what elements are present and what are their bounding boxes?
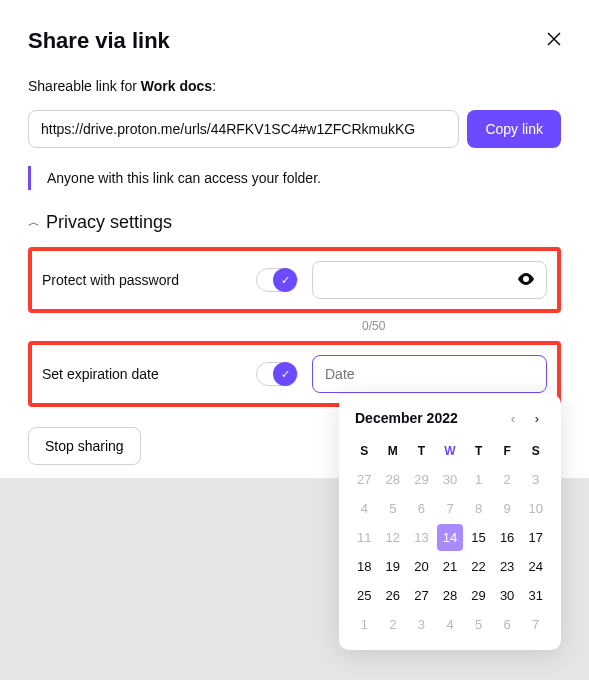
- date-picker-calendar: December 2022 ‹ › SMTWTFS272829301234567…: [339, 394, 561, 650]
- calendar-day[interactable]: 6: [408, 495, 435, 522]
- calendar-day[interactable]: 1: [351, 611, 378, 638]
- calendar-day[interactable]: 6: [494, 611, 521, 638]
- calendar-dow: S: [351, 438, 378, 464]
- calendar-day[interactable]: 7: [437, 495, 464, 522]
- calendar-dow: F: [494, 438, 521, 464]
- date-field-wrap: [312, 355, 547, 393]
- calendar-day[interactable]: 4: [437, 611, 464, 638]
- check-icon: ✓: [273, 268, 297, 292]
- calendar-day[interactable]: 19: [380, 553, 407, 580]
- calendar-day[interactable]: 27: [408, 582, 435, 609]
- info-text: Anyone with this link can access your fo…: [47, 170, 321, 186]
- calendar-day[interactable]: 29: [465, 582, 492, 609]
- subtitle-suffix: :: [212, 78, 216, 94]
- check-icon: ✓: [273, 362, 297, 386]
- calendar-day[interactable]: 30: [494, 582, 521, 609]
- calendar-day[interactable]: 28: [380, 466, 407, 493]
- password-setting-box: Protect with password ✓: [28, 247, 561, 313]
- expiration-setting-row: Set expiration date ✓: [42, 355, 547, 393]
- calendar-day[interactable]: 30: [437, 466, 464, 493]
- close-icon[interactable]: [547, 32, 561, 50]
- calendar-day[interactable]: 2: [494, 466, 521, 493]
- password-field-wrap: [312, 261, 547, 299]
- subtitle-prefix: Shareable link for: [28, 78, 141, 94]
- calendar-dow: S: [522, 438, 549, 464]
- calendar-day[interactable]: 21: [437, 553, 464, 580]
- copy-link-button[interactable]: Copy link: [467, 110, 561, 148]
- calendar-day[interactable]: 1: [465, 466, 492, 493]
- calendar-day[interactable]: 7: [522, 611, 549, 638]
- calendar-day[interactable]: 13: [408, 524, 435, 551]
- calendar-day[interactable]: 12: [380, 524, 407, 551]
- calendar-day[interactable]: 5: [380, 495, 407, 522]
- password-input[interactable]: [312, 261, 547, 299]
- link-row: Copy link: [28, 110, 561, 148]
- calendar-day[interactable]: 27: [351, 466, 378, 493]
- calendar-day[interactable]: 3: [408, 611, 435, 638]
- privacy-section-header[interactable]: ︿ Privacy settings: [28, 212, 561, 233]
- modal-title: Share via link: [28, 28, 170, 54]
- calendar-day[interactable]: 14: [437, 524, 464, 551]
- calendar-day[interactable]: 25: [351, 582, 378, 609]
- calendar-dow: T: [465, 438, 492, 464]
- calendar-day[interactable]: 28: [437, 582, 464, 609]
- calendar-day[interactable]: 23: [494, 553, 521, 580]
- calendar-day[interactable]: 15: [465, 524, 492, 551]
- calendar-day[interactable]: 31: [522, 582, 549, 609]
- chevron-right-icon[interactable]: ›: [529, 411, 545, 426]
- expiration-label: Set expiration date: [42, 366, 242, 382]
- calendar-day[interactable]: 10: [522, 495, 549, 522]
- calendar-day[interactable]: 18: [351, 553, 378, 580]
- password-setting-row: Protect with password ✓: [42, 261, 547, 299]
- calendar-dow: T: [408, 438, 435, 464]
- chevron-up-icon: ︿: [28, 214, 40, 231]
- password-toggle[interactable]: ✓: [256, 268, 298, 292]
- password-label: Protect with password: [42, 272, 242, 288]
- info-bar: Anyone with this link can access your fo…: [28, 166, 561, 190]
- calendar-dow: W: [437, 438, 464, 464]
- calendar-grid: SMTWTFS272829301234567891011121314151617…: [351, 438, 549, 638]
- expiration-toggle[interactable]: ✓: [256, 362, 298, 386]
- calendar-header: December 2022 ‹ ›: [351, 410, 549, 426]
- calendar-day[interactable]: 4: [351, 495, 378, 522]
- subtitle-item: Work docs: [141, 78, 212, 94]
- calendar-day[interactable]: 17: [522, 524, 549, 551]
- stop-sharing-button[interactable]: Stop sharing: [28, 427, 141, 465]
- calendar-month-title: December 2022: [355, 410, 458, 426]
- calendar-day[interactable]: 20: [408, 553, 435, 580]
- modal-header: Share via link: [28, 28, 561, 54]
- calendar-day[interactable]: 2: [380, 611, 407, 638]
- calendar-day[interactable]: 29: [408, 466, 435, 493]
- calendar-day[interactable]: 8: [465, 495, 492, 522]
- calendar-day[interactable]: 16: [494, 524, 521, 551]
- calendar-day[interactable]: 5: [465, 611, 492, 638]
- calendar-dow: M: [380, 438, 407, 464]
- chevron-left-icon[interactable]: ‹: [505, 411, 521, 426]
- expiration-date-input[interactable]: [312, 355, 547, 393]
- calendar-day[interactable]: 9: [494, 495, 521, 522]
- calendar-day[interactable]: 24: [522, 553, 549, 580]
- calendar-nav: ‹ ›: [505, 411, 545, 426]
- password-counter: 0/50: [362, 319, 561, 333]
- calendar-day[interactable]: 3: [522, 466, 549, 493]
- subtitle: Shareable link for Work docs:: [28, 78, 561, 94]
- calendar-day[interactable]: 11: [351, 524, 378, 551]
- share-link-input[interactable]: [28, 110, 459, 148]
- eye-icon[interactable]: [517, 271, 535, 289]
- privacy-section-title: Privacy settings: [46, 212, 172, 233]
- calendar-day[interactable]: 22: [465, 553, 492, 580]
- calendar-day[interactable]: 26: [380, 582, 407, 609]
